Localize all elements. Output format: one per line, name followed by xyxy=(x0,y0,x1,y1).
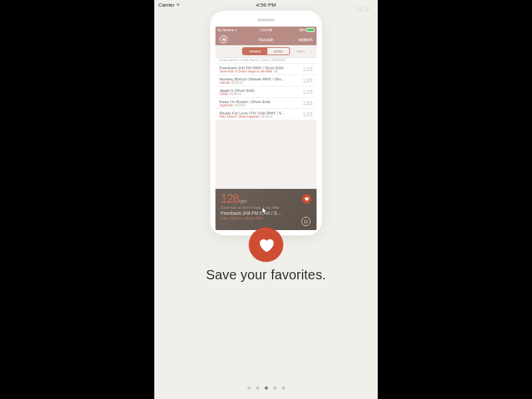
onboarding-panel: Carrier ᯤ 4:56 PM SKIP No Service ᯤ 7:06… xyxy=(154,0,378,399)
app-statusbar: No Service ᯤ 7:06 PM 90% xyxy=(215,27,317,33)
track-bpm: 128 xyxy=(303,111,313,118)
pause-button[interactable] xyxy=(301,217,311,226)
track-date: 09/29/14 xyxy=(229,92,241,96)
phone-speaker xyxy=(257,19,275,21)
list-item[interactable]: Jiggle It (Short Edit) Kastra09/29/14 12… xyxy=(215,86,317,98)
list-item[interactable]: Feedback (Kill FM RMX / Short Edit) Stev… xyxy=(215,64,317,75)
track-date: 09/29/14 xyxy=(235,104,247,107)
phone-screen: No Service ᯤ 7:06 PM 90% house search re… xyxy=(215,27,317,230)
track-artist: Kastra xyxy=(219,92,228,96)
player-artist: Steve Aoki vs Dimitri Vegas & Like Mike xyxy=(221,205,311,209)
track-artist: Leftside xyxy=(219,81,230,84)
track-bpm: 128 xyxy=(303,77,313,84)
list-item[interactable]: Keep On Rockin' (Short Edit) JayyFresh09… xyxy=(215,98,317,109)
heart-icon xyxy=(304,196,309,201)
statusbar-time: 7:06 PM xyxy=(215,28,317,32)
page-dot[interactable] xyxy=(265,386,268,390)
page-dot[interactable] xyxy=(247,386,251,390)
track-date: 09/29/14 xyxy=(261,115,273,118)
bpm-sort-label[interactable]: bpm xyxy=(297,49,305,53)
app-navbar: house search xyxy=(215,33,317,45)
track-title: GodLovesUs x Katy Perry x Juicy J xyxy=(219,58,271,62)
list-item[interactable]: GodLovesUs x Katy Perry x Juicy J 09/29/… xyxy=(215,58,317,64)
track-date: 09/29/14 xyxy=(231,81,243,84)
player-label: Ultra / Spinnin; release 2014 xyxy=(221,216,311,220)
page-dot[interactable] xyxy=(273,386,277,390)
skip-button[interactable]: SKIP xyxy=(354,5,371,13)
favorite-button[interactable] xyxy=(302,194,311,203)
track-bpm: 128 xyxy=(303,88,313,95)
page-dot[interactable] xyxy=(282,386,285,390)
phone-mock: No Service ᯤ 7:06 PM 90% house search re… xyxy=(210,11,322,235)
track-artist: Felix Cartal ft Chloe Angelides xyxy=(219,115,259,118)
track-bpm: 128 xyxy=(303,66,313,72)
page-dot[interactable] xyxy=(256,386,259,390)
hero-caption: Save your favorites. xyxy=(154,267,378,283)
track-artist: JayyFresh xyxy=(219,104,233,107)
statusbar-time: 4:56 PM xyxy=(154,2,378,8)
sort-segmented[interactable]: recent artist xyxy=(242,47,290,55)
track-date: 09/… xyxy=(273,70,281,73)
now-playing-bar[interactable]: 128bpm Steve Aoki vs Dimitri Vegas & Lik… xyxy=(215,189,317,230)
seg-artist[interactable]: artist xyxy=(267,48,289,55)
battery-icon xyxy=(307,28,315,32)
list-item[interactable]: Ready For Love (TAI Club RMX / S… Felix … xyxy=(215,109,317,120)
device-statusbar: Carrier ᯤ 4:56 PM xyxy=(154,0,378,9)
page-indicator[interactable] xyxy=(154,386,378,390)
list-item[interactable]: Monkey Biznizz (Wiwek RMX / Sho… Leftsid… xyxy=(215,75,317,86)
heart-icon xyxy=(257,235,275,254)
hero-heart-badge xyxy=(249,227,283,262)
track-date: 09/29/14 xyxy=(272,58,285,62)
track-list[interactable]: GodLovesUs x Katy Perry x Juicy J 09/29/… xyxy=(215,58,317,120)
player-bpm: 128bpm xyxy=(221,193,311,205)
player-title: Feedback (Kill FM RMX / S… xyxy=(221,211,311,215)
filter-row: recent artist bpm ⌄ xyxy=(215,45,317,58)
track-bpm: 128 xyxy=(303,100,313,106)
chevron-down-icon[interactable]: ⌄ xyxy=(310,49,313,54)
nav-title: house xyxy=(215,37,317,43)
track-artist: Steve Aoki vs Dimitri Vegas & Like Mike xyxy=(219,70,272,73)
seg-recent[interactable]: recent xyxy=(243,48,267,55)
